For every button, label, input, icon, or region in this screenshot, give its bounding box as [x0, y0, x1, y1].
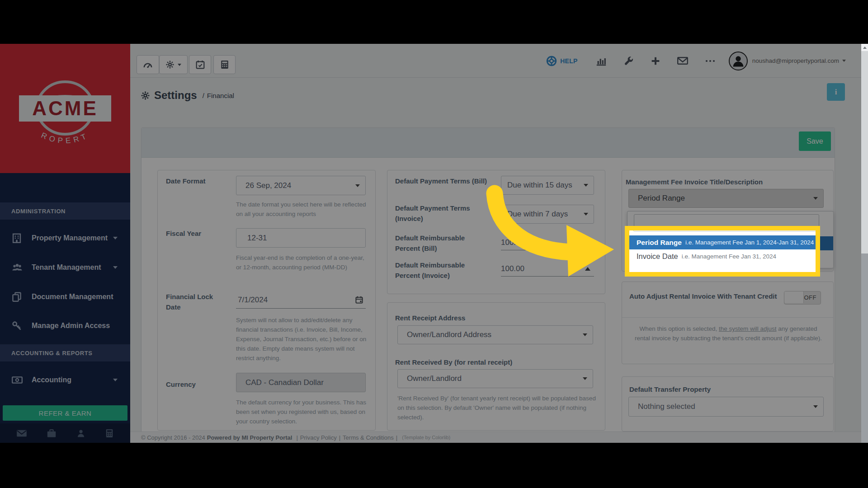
copyright-text: © Copyright 2016 - 2024	[141, 434, 205, 441]
dropdown-search-input[interactable]	[633, 226, 818, 231]
sidebar-item-property-management[interactable]: Property Management	[0, 228, 130, 248]
template-credit: (Template by Colorlib)	[402, 435, 450, 440]
footer: © Copyright 2016 - 2024 Powered by MI Pr…	[130, 432, 861, 443]
date-format-label: Date Format	[166, 176, 225, 186]
payment-terms-bill-select[interactable]: Due within 15 days	[501, 176, 594, 195]
option-period-range[interactable]: Period Range i.e. Management Fee Jan 1, …	[627, 235, 820, 249]
default-transfer-value: Nothing selected	[638, 402, 695, 411]
chevron-down-icon[interactable]	[842, 60, 846, 62]
sidebar: ACME PROPERTY ADMINISTRATION Property Ma…	[0, 44, 130, 443]
calculator-icon[interactable]	[105, 429, 114, 438]
sidebar-section-accounting-reports: ACCOUNTING & REPORTS	[0, 344, 130, 361]
chevron-down-icon	[113, 237, 118, 239]
sidebar-item-document-management[interactable]: Document Management	[0, 287, 130, 307]
toggle-knob	[784, 291, 804, 303]
separator: |	[396, 434, 397, 441]
rent-receipt-address-select[interactable]: Owner/Landlord Address	[397, 325, 593, 344]
analytics-icon[interactable]	[596, 56, 607, 66]
option-title: Invoice Date	[637, 252, 678, 261]
scroll-up-icon	[863, 47, 867, 49]
tools-icon[interactable]	[624, 56, 634, 66]
calendar-icon[interactable]	[355, 296, 363, 304]
help-button[interactable]: HELP	[546, 56, 578, 66]
option-invoice-date[interactable]: Invoice Date i.e. Management Fee Jan 31,…	[627, 249, 820, 263]
info-button[interactable]: i	[827, 83, 845, 101]
users-icon	[12, 263, 24, 272]
divider	[622, 317, 833, 318]
fiscal-year-help: Fiscal year-end is the completion of a o…	[236, 253, 371, 272]
save-button[interactable]: Save	[799, 131, 831, 151]
toggle-state-label: OFF	[804, 294, 817, 301]
refer-earn-button[interactable]: REFER & EARN	[3, 405, 127, 421]
person-icon[interactable]	[76, 429, 85, 438]
more-icon[interactable]	[705, 59, 715, 63]
privacy-policy-link[interactable]: Privacy Policy	[300, 434, 337, 441]
calculator-button[interactable]	[213, 55, 236, 74]
fiscal-year-input[interactable]	[236, 228, 366, 248]
option-example: i.e. Management Fee Jan 31, 2024	[682, 253, 776, 260]
screen: ACME PROPERTY ADMINISTRATION Property Ma…	[0, 0, 868, 488]
sidebar-item-tenant-management[interactable]: Tenant Management	[0, 258, 130, 277]
chevron-down-icon	[113, 266, 118, 269]
avatar[interactable]	[729, 52, 748, 70]
payment-terms-section: Default Payment Terms (Bill) Due within …	[387, 170, 605, 294]
mgmt-fee-label: Managememt Fee Invoice Title/Description	[626, 177, 816, 187]
rent-received-by-help: 'Rent Received By' (for tenant yearly re…	[397, 394, 596, 422]
chevron-down-icon	[813, 405, 818, 408]
settings-menu-button[interactable]	[159, 55, 188, 74]
help-text: When this option is selected,	[639, 325, 719, 332]
sidebar-item-label: Manage Admin Access	[32, 322, 110, 330]
option-example: i.e. Management Fee Jan 1, 2024-Jan 31, …	[685, 239, 814, 246]
calendar-button[interactable]	[189, 55, 211, 74]
spinner-up-icon[interactable]	[585, 267, 590, 271]
currency-value: CAD - Canadian Dollar	[245, 378, 324, 387]
reimb-invoice-label: Default Reimbursable Percent (Invoice)	[395, 260, 479, 281]
sidebar-item-label: Tenant Management	[32, 263, 101, 272]
dashboard-button[interactable]	[137, 55, 159, 74]
auto-adjust-toggle[interactable]: OFF	[784, 291, 821, 305]
sidebar-item-accounting[interactable]: Accounting	[0, 370, 130, 390]
calendar-check-icon	[196, 60, 205, 69]
auto-adjust-section: Auto Adjust Rental Invoice With Tenant C…	[622, 282, 834, 364]
date-format-select[interactable]: 26 Sep, 2024	[236, 176, 366, 195]
default-transfer-select[interactable]: Nothing selected	[628, 397, 824, 417]
chevron-down-icon	[813, 197, 818, 200]
breadcrumb-separator: /	[203, 92, 204, 99]
building-icon	[12, 233, 24, 243]
reimb-bill-label: Default Reimbursable Percent (Bill)	[395, 233, 479, 254]
financial-lock-date-field[interactable]: 7/1/2024	[236, 291, 366, 309]
company-logo: ACME PROPERTY	[0, 44, 130, 173]
section-label: ACCOUNTING & REPORTS	[11, 350, 93, 357]
vertical-scrollbar[interactable]	[861, 44, 868, 443]
gauge-icon	[143, 61, 153, 68]
account-email[interactable]: noushad@mipropertyportal.com	[752, 57, 839, 64]
terms-link[interactable]: Terms & Conditions	[343, 434, 394, 441]
sidebar-item-manage-admin-access[interactable]: Manage Admin Access	[0, 316, 130, 336]
card-header-band: Save	[142, 128, 835, 158]
breadcrumb: Financial	[207, 92, 234, 99]
rent-received-by-label: Rent Received By (for rental receipt)	[395, 357, 558, 367]
mgmt-fee-dropdown-highlight: Period Range i.e. Management Fee Jan 1, …	[627, 226, 820, 268]
reimb-invoice-field[interactable]: 100.00	[501, 261, 594, 277]
money-icon	[12, 375, 24, 385]
spinner-up-icon[interactable]	[585, 241, 590, 244]
rent-received-by-select[interactable]: Owner/Landlord	[397, 369, 593, 388]
financial-lock-date-value: 7/1/2024	[238, 296, 268, 305]
mgmt-fee-select[interactable]: Period Range	[628, 189, 824, 208]
scrollbar-thumb[interactable]	[861, 51, 868, 253]
mail-icon[interactable]	[16, 429, 27, 437]
messages-icon[interactable]	[677, 56, 688, 65]
payment-terms-invoice-select[interactable]: Due within 7 days	[501, 205, 594, 224]
date-format-help: The date format you select here will be …	[236, 200, 367, 219]
top-toolbar: HELP nous	[130, 44, 861, 78]
briefcase-icon[interactable]	[47, 429, 57, 438]
gear-icon	[165, 60, 175, 69]
separator: |	[296, 434, 297, 441]
spinner-down-icon[interactable]	[573, 241, 579, 244]
help-text-underlined: the system will adjust	[719, 325, 777, 332]
page-title: Settings	[154, 89, 197, 102]
add-icon[interactable]	[651, 56, 660, 66]
scrollbar-up-button[interactable]	[861, 44, 868, 51]
powered-by-text: Powered by MI Property Portal	[207, 434, 292, 441]
reimb-bill-field[interactable]: 100.00	[501, 235, 594, 250]
